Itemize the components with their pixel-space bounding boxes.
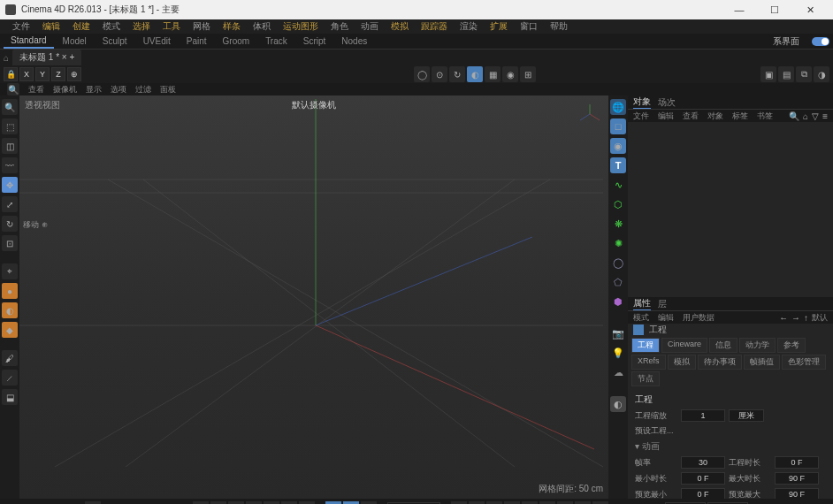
axis-y[interactable]: Y [35, 67, 50, 81]
rotate-tool-icon[interactable]: ↻ [2, 216, 18, 232]
layout-dropdown[interactable]: 系界面 [766, 35, 806, 48]
material-icon[interactable]: ◑ [814, 66, 829, 82]
knife-tool-icon[interactable]: ⟋ [2, 370, 18, 386]
tb-icon-7[interactable]: ⊞ [520, 66, 536, 82]
menu-窗口[interactable]: 窗口 [515, 19, 543, 34]
attr-up-icon[interactable]: ↑ [804, 313, 808, 323]
input-previewmin[interactable] [681, 488, 725, 499]
attrcat-待办事项[interactable]: 待办事项 [698, 355, 742, 370]
tb-icon-2[interactable]: ⊙ [432, 66, 447, 82]
attrcat-Cineware[interactable]: Cineware [661, 338, 707, 353]
menu-选择[interactable]: 选择 [127, 19, 156, 34]
menu-创建[interactable]: 创建 [67, 19, 96, 34]
document-tab[interactable]: 未标题 1 * × + [12, 50, 81, 65]
input-previewmax[interactable] [775, 488, 819, 499]
om-home-icon[interactable]: ⌂ [803, 111, 808, 121]
mograph-icon[interactable]: ⬢ [610, 294, 626, 309]
menu-体积[interactable]: 体积 [248, 19, 276, 34]
layout-UVEdit[interactable]: UVEdit [136, 34, 178, 48]
close-button[interactable]: ✕ [792, 0, 828, 19]
picture-viewer-icon[interactable]: ⧉ [796, 66, 812, 82]
render-settings-icon[interactable]: ▤ [778, 66, 794, 82]
om-search-icon[interactable]: 🔍 [789, 111, 799, 121]
attrcat-动力学[interactable]: 动力学 [739, 338, 776, 353]
attr-menu-userdata[interactable]: 用户数据 [683, 312, 715, 324]
layout-Nodes[interactable]: Nodes [334, 34, 374, 48]
objmenu-书签[interactable]: 书签 [757, 111, 773, 122]
input-maxtime[interactable] [775, 472, 819, 485]
menu-渲染[interactable]: 渲染 [455, 19, 483, 34]
menu-扩展[interactable]: 扩展 [485, 19, 513, 34]
rect-select-icon[interactable]: ◫ [2, 138, 18, 154]
attrcat-工程[interactable]: 工程 [631, 338, 660, 353]
menu-运动图形[interactable]: 运动图形 [278, 19, 324, 34]
attrcat-色彩管理[interactable]: 色彩管理 [782, 355, 826, 370]
deformer-icon[interactable]: ❋ [610, 216, 626, 232]
layout-Model[interactable]: Model [56, 34, 94, 48]
layout-Paint[interactable]: Paint [180, 34, 214, 48]
generator-icon[interactable]: ⬡ [610, 196, 626, 212]
input-scale-unit[interactable] [729, 409, 764, 422]
brush-tool-icon[interactable]: 🖌 [2, 350, 18, 366]
cube-primitive-icon[interactable]: □ [610, 118, 626, 134]
menu-文件[interactable]: 文件 [7, 19, 35, 34]
layout-toggle[interactable] [812, 37, 829, 46]
tab-objects[interactable]: 对象 [633, 95, 651, 109]
scale-tool-icon[interactable]: ⤢ [2, 196, 18, 212]
camera-icon[interactable]: 📷 [610, 325, 626, 341]
vp-search-icon[interactable]: 🔍 [7, 83, 19, 95]
objmenu-编辑[interactable]: 编辑 [658, 111, 674, 122]
workplane-icon[interactable]: ◆ [2, 322, 18, 338]
menu-帮助[interactable]: 帮助 [545, 19, 573, 34]
vpmenu-摄像机[interactable]: 摄像机 [53, 84, 77, 95]
search-tool-icon[interactable]: 🔍 [2, 99, 18, 115]
menu-网格[interactable]: 网格 [187, 19, 216, 34]
placement-tool-icon[interactable]: ⊡ [2, 235, 18, 251]
input-scale[interactable] [681, 409, 725, 422]
menu-角色[interactable]: 角色 [325, 19, 354, 34]
vpmenu-选项[interactable]: 选项 [111, 84, 126, 95]
environment-icon[interactable]: ☁ [610, 364, 626, 380]
scene-icon[interactable]: ⬠ [610, 274, 626, 290]
input-mintime[interactable] [681, 472, 725, 485]
menu-样条[interactable]: 样条 [218, 19, 246, 34]
attr-fwd-icon[interactable]: → [791, 313, 800, 323]
viewport-camera-label[interactable]: 默认摄像机 [292, 99, 336, 111]
live-select-icon[interactable]: ⬚ [2, 118, 18, 134]
layout-Script[interactable]: Script [296, 34, 333, 48]
minimize-button[interactable]: — [722, 0, 757, 19]
material-new-icon[interactable]: ◐ [610, 396, 626, 412]
attrcat-节点[interactable]: 节点 [631, 371, 660, 386]
vpmenu-显示[interactable]: 显示 [86, 84, 102, 95]
viewport[interactable]: 透视视图 默认摄像机 移动 ⊕ 网格间距: 50 cm [19, 95, 608, 499]
axis-x[interactable]: X [19, 67, 34, 81]
menu-动画[interactable]: 动画 [355, 19, 384, 34]
home-icon[interactable]: ⌂ [4, 53, 9, 63]
tb-icon-4[interactable]: ◐ [467, 66, 483, 82]
om-filter-icon[interactable]: ▽ [812, 111, 819, 121]
om-list-icon[interactable]: ≡ [822, 111, 828, 121]
attr-preset-dropdown[interactable]: 默认 [812, 312, 828, 324]
attrcat-XRefs[interactable]: XRefs [631, 355, 666, 370]
world-icon[interactable]: 🌐 [610, 99, 626, 115]
objmenu-对象[interactable]: 对象 [707, 111, 723, 122]
attrcat-帧插值[interactable]: 帧插值 [744, 355, 780, 370]
menu-编辑[interactable]: 编辑 [37, 19, 65, 34]
objmenu-标签[interactable]: 标签 [732, 111, 748, 122]
attrcat-模拟[interactable]: 模拟 [668, 355, 696, 370]
section-anim[interactable]: ▾ 动画 [635, 439, 826, 454]
misc-tool-1[interactable]: ⌖ [2, 263, 18, 279]
menu-模拟[interactable]: 模拟 [386, 19, 414, 34]
sphere-primitive-icon[interactable]: ◉ [610, 138, 626, 154]
attrcat-信息[interactable]: 信息 [709, 338, 737, 353]
menu-工具[interactable]: 工具 [157, 19, 186, 34]
objmenu-查看[interactable]: 查看 [683, 111, 699, 122]
attrcat-参考[interactable]: 参考 [777, 338, 806, 353]
viewport-axis-gizmo[interactable] [578, 103, 601, 126]
maximize-button[interactable]: ☐ [757, 0, 792, 19]
layout-Groom[interactable]: Groom [216, 34, 257, 48]
layout-Sculpt[interactable]: Sculpt [96, 34, 134, 48]
input-fps[interactable] [681, 456, 725, 469]
menu-模式[interactable]: 模式 [97, 19, 126, 34]
field-icon[interactable]: ◯ [610, 255, 626, 271]
